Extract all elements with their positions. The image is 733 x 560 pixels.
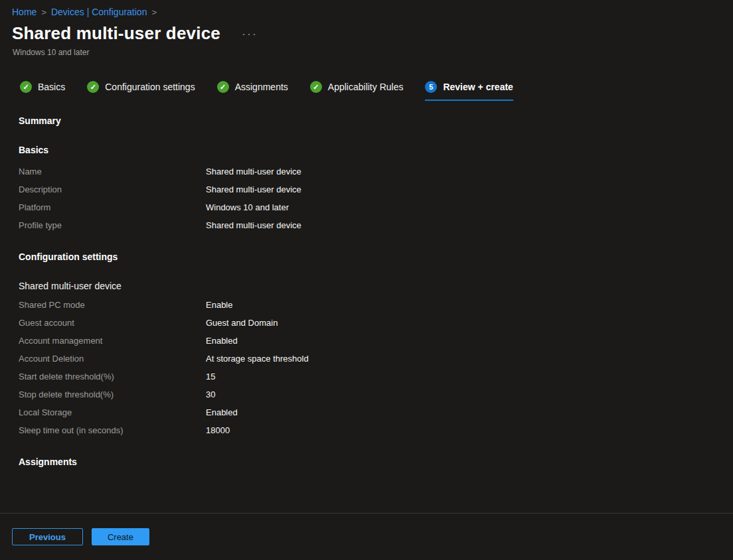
- row-value: Windows 10 and later: [206, 202, 289, 212]
- tab-label: Assignments: [235, 82, 288, 92]
- row-label: Stop delete threshold(%): [19, 389, 206, 399]
- summary-row: Shared PC mode Enable: [19, 296, 733, 314]
- completed-check-icon: ✓: [217, 81, 229, 93]
- row-value: Shared multi-user device: [206, 184, 301, 194]
- row-label: Local Storage: [19, 407, 206, 417]
- create-button[interactable]: Create: [92, 528, 149, 545]
- row-label: Name: [19, 167, 206, 176]
- summary-row: Name Shared multi-user device: [19, 163, 733, 180]
- row-value: Enabled: [206, 336, 238, 346]
- summary-row: Start delete threshold(%) 15: [19, 368, 733, 385]
- summary-row: Account Deletion At storage space thresh…: [19, 350, 733, 368]
- assignments-section-heading: Assignments: [19, 456, 733, 467]
- breadcrumb: Home > Devices | Configuration >: [0, 0, 733, 17]
- row-value: 30: [206, 389, 215, 399]
- tab-label: Applicability Rules: [328, 82, 404, 92]
- row-value: 15: [206, 372, 215, 382]
- summary-row: Account management Enabled: [19, 332, 733, 350]
- previous-button[interactable]: Previous: [12, 528, 83, 545]
- summary-heading: Summary: [19, 115, 733, 126]
- row-label: Platform: [19, 202, 206, 212]
- basics-rows: Name Shared multi-user device Descriptio…: [19, 163, 733, 234]
- tab-applicability-rules[interactable]: ✓ Applicability Rules: [310, 81, 404, 101]
- row-label: Start delete threshold(%): [19, 372, 206, 382]
- row-label: Account Deletion: [19, 354, 206, 364]
- basics-section-heading: Basics: [19, 145, 733, 155]
- row-label: Account management: [19, 336, 206, 346]
- row-label: Guest account: [19, 318, 206, 328]
- page-subtitle: Windows 10 and later: [13, 48, 733, 57]
- tab-configuration-settings[interactable]: ✓ Configuration settings: [87, 81, 195, 101]
- row-value: Shared multi-user device: [206, 220, 301, 230]
- summary-row: Guest account Guest and Domain: [19, 314, 733, 332]
- row-value: Shared multi-user device: [206, 167, 301, 176]
- summary-row: Profile type Shared multi-user device: [19, 216, 733, 234]
- summary-row: Description Shared multi-user device: [19, 180, 733, 198]
- breadcrumb-link-devices-configuration[interactable]: Devices | Configuration: [51, 7, 147, 17]
- completed-check-icon: ✓: [87, 81, 99, 93]
- row-label: Profile type: [19, 220, 206, 230]
- row-value: Enable: [206, 300, 232, 310]
- chevron-right-icon: >: [41, 7, 46, 17]
- row-value: 18000: [206, 425, 230, 435]
- more-options-icon[interactable]: ···: [240, 28, 259, 40]
- row-value: Enabled: [206, 407, 238, 417]
- tab-label: Review + create: [443, 82, 513, 92]
- summary-row: Stop delete threshold(%) 30: [19, 385, 733, 403]
- row-value: Guest and Domain: [206, 318, 278, 328]
- configuration-rows: Shared PC mode Enable Guest account Gues…: [19, 296, 733, 439]
- summary-row: Sleep time out (in seconds) 18000: [19, 421, 733, 439]
- chevron-right-icon: >: [151, 7, 157, 17]
- row-label: Sleep time out (in seconds): [19, 425, 206, 435]
- configuration-profile-subheading: Shared multi-user device: [19, 281, 733, 291]
- row-label: Shared PC mode: [19, 300, 206, 310]
- configuration-section-heading: Configuration settings: [19, 251, 733, 262]
- tab-label: Basics: [38, 82, 65, 92]
- tab-review-create[interactable]: 5 Review + create: [425, 81, 513, 101]
- row-label: Description: [19, 184, 206, 194]
- completed-check-icon: ✓: [20, 81, 32, 93]
- row-value: At storage space threshold: [206, 354, 309, 364]
- summary-row: Platform Windows 10 and later: [19, 198, 733, 216]
- wizard-steps: ✓ Basics ✓ Configuration settings ✓ Assi…: [20, 81, 733, 101]
- page-title: Shared multi-user device: [12, 23, 220, 44]
- summary-row: Local Storage Enabled: [19, 403, 733, 421]
- breadcrumb-link-home[interactable]: Home: [12, 7, 37, 17]
- tab-label: Configuration settings: [105, 82, 195, 92]
- step-number-badge: 5: [425, 81, 437, 93]
- wizard-footer: Previous Create: [0, 513, 733, 560]
- tab-assignments[interactable]: ✓ Assignments: [217, 81, 288, 101]
- tab-basics[interactable]: ✓ Basics: [20, 81, 65, 101]
- completed-check-icon: ✓: [310, 81, 322, 93]
